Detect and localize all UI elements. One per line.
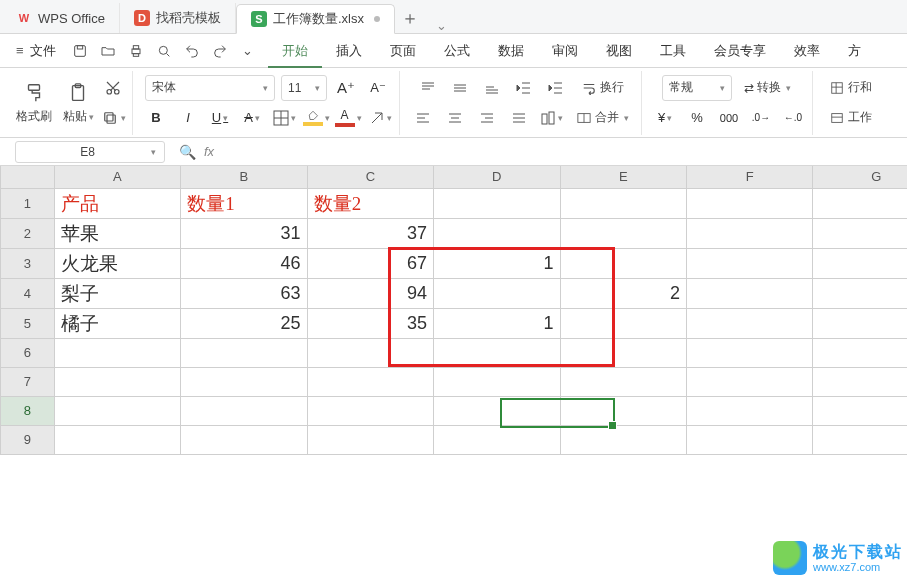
name-box[interactable]: E8 ▾ [15,141,165,163]
cell-B6[interactable] [181,338,307,367]
cell-A9[interactable] [54,425,180,454]
cell-C7[interactable] [307,367,433,396]
tab-more[interactable]: 方 [834,34,875,68]
redo-button[interactable] [206,37,234,65]
cell-F1[interactable] [686,188,812,218]
align-center-button[interactable] [442,106,468,130]
percent-button[interactable]: % [684,106,710,130]
cell-A7[interactable] [54,367,180,396]
increase-indent-button[interactable] [543,76,569,100]
cell-G4[interactable] [813,278,907,308]
new-tab-button[interactable]: ＋ [395,3,425,33]
cell-D5[interactable]: 1 [434,309,559,338]
cell-B1[interactable]: 数量1 [181,189,306,218]
file-menu[interactable]: 文件 [6,42,66,60]
cell-B4[interactable]: 63 [181,279,306,308]
cell-C3[interactable]: 67 [308,249,433,278]
undo-button[interactable] [178,37,206,65]
col-header-C[interactable]: C [307,166,433,188]
align-middle-button[interactable] [447,76,473,100]
tab-insert[interactable]: 插入 [322,34,376,68]
cell-D6[interactable] [434,338,560,367]
tab-eff[interactable]: 效率 [780,34,834,68]
cell-C1[interactable]: 数量2 [308,189,433,218]
cell-A4[interactable]: 梨子 [55,279,180,308]
number-format-select[interactable]: 常规▾ [662,75,732,101]
cell-C2[interactable]: 37 [308,219,433,248]
cell-D7[interactable] [434,367,560,396]
font-color-button[interactable]: A▾ [335,106,361,130]
cell-A8[interactable] [54,396,180,425]
align-top-button[interactable] [415,76,441,100]
preview-button[interactable] [150,37,178,65]
cell-E9[interactable] [560,425,686,454]
cell-G5[interactable] [813,308,907,338]
decrease-indent-button[interactable] [511,76,537,100]
cell-G7[interactable] [813,367,907,396]
tab-tools[interactable]: 工具 [646,34,700,68]
cell-C4[interactable]: 94 [308,279,433,308]
cell-A6[interactable] [54,338,180,367]
cell-E5[interactable] [560,308,686,338]
cell-A5[interactable]: 橘子 [55,309,180,338]
cell-E2[interactable] [560,218,686,248]
cell-F3[interactable] [686,248,812,278]
format-painter-button[interactable]: 格式刷 [12,73,56,133]
cell-E6[interactable] [560,338,686,367]
worksheet-button[interactable]: 工作 [823,105,878,131]
cell-G3[interactable] [813,248,907,278]
row-col-button[interactable]: 行和 [823,75,878,101]
cell-B7[interactable] [181,367,307,396]
strike-button[interactable]: A▾ [239,106,265,130]
tab-member[interactable]: 会员专享 [700,34,780,68]
tab-data[interactable]: 数据 [484,34,538,68]
row-header[interactable]: 7 [1,367,55,396]
cell-G2[interactable] [813,218,907,248]
cell-B5[interactable]: 25 [181,309,306,338]
col-header-F[interactable]: F [686,166,812,188]
orientation-button[interactable]: ▾ [538,106,564,130]
cell-B2[interactable]: 31 [181,219,306,248]
row-header[interactable]: 8 [1,396,55,425]
row-header[interactable]: 2 [1,218,55,248]
cell-G1[interactable] [813,188,907,218]
formula-input[interactable] [222,141,722,163]
cell-F6[interactable] [686,338,812,367]
cell-G6[interactable] [813,338,907,367]
transpose-button[interactable]: ⇄ 转换▾ [738,75,797,101]
cell-E4[interactable]: 2 [561,279,686,308]
cell-C5[interactable]: 35 [308,309,433,338]
tab-formula[interactable]: 公式 [430,34,484,68]
cell-C8[interactable] [307,396,433,425]
fill-color-button[interactable]: ▾ [303,106,329,130]
tab-start[interactable]: 开始 [268,34,322,68]
cell-F9[interactable] [686,425,812,454]
increase-decimal-button[interactable]: .0→ [748,106,774,130]
increase-font-button[interactable]: A⁺ [333,76,359,100]
app-tab-workbook[interactable]: S 工作簿数量.xlsx [236,4,395,34]
row-header[interactable]: 5 [1,308,55,338]
save-button[interactable] [66,37,94,65]
cell-D8[interactable] [434,396,560,425]
cell-G9[interactable] [813,425,907,454]
clear-format-button[interactable]: ▾ [367,106,393,130]
grid[interactable]: A B C D E F G 1 产品 数量1 数量2 2 苹果 31 37 3 … [0,166,907,455]
cell-B3[interactable]: 46 [181,249,306,278]
tab-overflow-button[interactable]: ⌄ [429,18,455,33]
cell-F4[interactable] [686,278,812,308]
bold-button[interactable]: B [143,106,169,130]
cell-C6[interactable] [307,338,433,367]
cell-G8[interactable] [813,396,907,425]
row-header[interactable]: 9 [1,425,55,454]
cell-F7[interactable] [686,367,812,396]
row-header[interactable]: 3 [1,248,55,278]
cell-C9[interactable] [307,425,433,454]
col-header-A[interactable]: A [54,166,180,188]
find-icon[interactable]: 🔍 [179,144,196,160]
font-size-select[interactable]: 11▾ [281,75,327,101]
select-all-corner[interactable] [1,166,55,188]
wrap-text-button[interactable]: 换行 [575,75,630,101]
app-tab-templates[interactable]: D 找稻壳模板 [120,3,236,33]
cell-E1[interactable] [560,188,686,218]
print-button[interactable] [122,37,150,65]
